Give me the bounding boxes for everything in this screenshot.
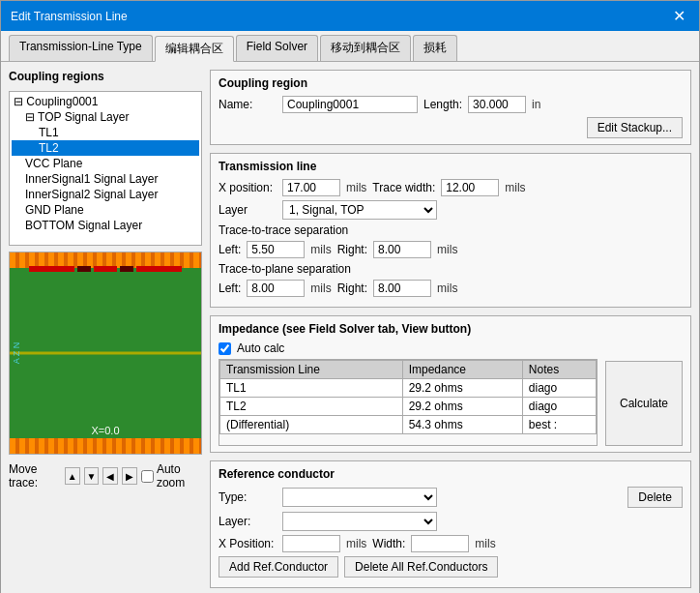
canvas-visualization: A Z N X=0.0 <box>9 252 202 455</box>
transmission-line-section: Transmission line X position: mils Trace… <box>210 153 691 308</box>
col-header-impedance: Impedance <box>402 361 522 379</box>
move-right-button[interactable]: ▶ <box>122 467 137 485</box>
right-panel: Coupling region Name: Length: in Edit St… <box>210 70 691 588</box>
trace-segment <box>29 266 74 272</box>
ref-conductor-title: Reference conductor <box>219 467 683 481</box>
close-button[interactable]: ✕ <box>669 7 689 25</box>
ttp-left-input[interactable] <box>247 280 305 297</box>
tab-edit-coupling[interactable]: 编辑耦合区 <box>155 36 234 62</box>
tab-field-solver[interactable]: Field Solver <box>236 35 318 61</box>
impedance-table-container: Auto calc Transmission Line Impedance No… <box>219 341 598 446</box>
ref-xpos-input[interactable] <box>282 535 340 552</box>
row-tl1-name: TL1 <box>220 379 403 398</box>
auto-calc-checkbox[interactable] <box>219 342 231 355</box>
trace-plane-values-row: Left: mils Right: mils <box>219 280 683 297</box>
layer-label: Layer <box>219 203 277 217</box>
tab-transmission-line-type[interactable]: Transmission-Line Type <box>9 35 153 61</box>
coupling-regions-tree[interactable]: ⊟ Coupling0001 ⊟ TOP Signal Layer TL1 TL… <box>9 91 202 246</box>
transmission-line-title: Transmission line <box>219 160 683 173</box>
ttp-right-unit: mils <box>437 282 457 295</box>
move-trace-label: Move trace: <box>9 462 61 489</box>
coupling-name-input[interactable] <box>282 96 418 113</box>
xpos-row: X position: mils Trace width: mils <box>219 179 683 196</box>
auto-zoom-checkbox[interactable] <box>141 470 154 483</box>
xpos-label: X position: <box>219 181 277 194</box>
move-up-button[interactable]: ▲ <box>65 467 80 485</box>
impedance-content: Auto calc Transmission Line Impedance No… <box>219 341 683 446</box>
signal-traces <box>29 266 182 272</box>
tree-item-top-signal[interactable]: ⊟ TOP Signal Layer <box>12 109 199 125</box>
ref-width-unit: mils <box>475 537 495 550</box>
coupling-length-input[interactable] <box>468 96 526 113</box>
tree-item-tl1[interactable]: TL1 <box>12 125 199 140</box>
tree-item-inner1[interactable]: InnerSignal1 Signal Layer <box>12 171 199 187</box>
tts-left-input[interactable] <box>247 241 305 258</box>
auto-zoom-label[interactable]: Auto zoom <box>141 462 202 489</box>
row-tl2-name: TL2 <box>220 398 403 416</box>
main-content: Coupling regions ⊟ Coupling0001 ⊟ TOP Si… <box>1 62 699 593</box>
move-trace-controls: Move trace: ▲ ▼ ◀ ▶ Auto zoom <box>9 462 202 489</box>
ref-layer-row: Layer: <box>219 512 683 531</box>
move-left-button[interactable]: ◀ <box>102 467 118 485</box>
tree-item-vcc-plane[interactable]: VCC Plane <box>12 156 199 171</box>
ttp-right-input[interactable] <box>373 280 431 297</box>
ref-delete-button[interactable]: Delete <box>627 487 683 508</box>
ref-conductor-section: Reference conductor Type: Delete Layer: … <box>210 460 691 588</box>
row-tl1-notes: diago <box>522 379 596 398</box>
ref-width-input[interactable] <box>411 535 469 552</box>
delete-all-ref-conductors-button[interactable]: Delete All Ref.Conductors <box>344 556 498 578</box>
ttp-left-unit: mils <box>310 282 331 295</box>
coupling-region-title: Coupling region <box>219 76 683 90</box>
col-header-notes: Notes <box>522 361 596 379</box>
tree-item-tl2[interactable]: TL2 <box>12 140 199 156</box>
coupling-name-label: Name: <box>219 98 277 111</box>
tts-left-unit: mils <box>310 243 331 256</box>
tts-right-label: Right: <box>337 243 367 256</box>
tab-move-to-coupling[interactable]: 移动到耦合区 <box>320 35 411 61</box>
trace-segment-3 <box>136 266 182 272</box>
title-bar: Edit Transmission Line ✕ <box>1 1 699 31</box>
tree-item-gnd[interactable]: GND Plane <box>12 202 199 218</box>
trace-trace-values-row: Left: mils Right: mils <box>219 241 683 258</box>
impedance-row-tl1[interactable]: TL1 29.2 ohms diago <box>220 379 597 398</box>
layer-select[interactable]: 1, Signal, TOP <box>282 200 437 220</box>
ref-action-row: Add Ref.Conductor Delete All Ref.Conduct… <box>219 556 683 578</box>
impedance-row-diff[interactable]: (Differential) 54.3 ohms best : <box>220 416 597 434</box>
tree-item-inner2[interactable]: InnerSignal2 Signal Layer <box>12 187 199 202</box>
tab-loss[interactable]: 损耗 <box>413 35 457 61</box>
coupling-regions-label: Coupling regions <box>9 70 202 83</box>
move-down-button[interactable]: ▼ <box>84 467 100 485</box>
add-ref-conductor-button[interactable]: Add Ref.Conductor <box>219 556 338 578</box>
coupling-name-row: Name: Length: in <box>219 96 683 113</box>
trace-width-unit: mils <box>505 181 525 194</box>
canvas-side-label: A Z N <box>12 342 21 365</box>
trace-plane-row: Trace-to-plane separation <box>219 262 683 276</box>
col-header-tl: Transmission Line <box>220 361 403 379</box>
impedance-row-tl2[interactable]: TL2 29.2 ohms diago <box>220 398 597 416</box>
auto-calc-label: Auto calc <box>237 341 284 355</box>
impedance-table-scroll[interactable]: Transmission Line Impedance Notes TL1 29… <box>219 359 598 446</box>
edit-stackup-button[interactable]: Edit Stackup... <box>587 117 683 138</box>
ref-layer-select[interactable] <box>282 512 437 531</box>
trace-gap <box>77 266 91 272</box>
trace-width-input[interactable] <box>441 179 499 196</box>
impedance-table: Transmission Line Impedance Notes TL1 29… <box>219 360 597 434</box>
calculate-button[interactable]: Calculate <box>605 361 683 446</box>
xpos-input[interactable] <box>282 179 340 196</box>
tts-right-unit: mils <box>437 243 457 256</box>
ref-type-select[interactable] <box>282 488 437 507</box>
ref-xpos-unit: mils <box>346 537 366 550</box>
dialog-window: Edit Transmission Line ✕ Transmission-Li… <box>0 0 700 593</box>
left-panel: Coupling regions ⊟ Coupling0001 ⊟ TOP Si… <box>9 70 202 588</box>
tree-item-bottom-signal[interactable]: BOTTOM Signal Layer <box>12 218 199 233</box>
row-tl2-impedance: 29.2 ohms <box>402 398 522 416</box>
trace-trace-row: Trace-to-trace separation <box>219 223 683 237</box>
impedance-title: Impedance (see Field Solver tab, View bu… <box>219 322 683 336</box>
layer-row: Layer 1, Signal, TOP <box>219 200 683 220</box>
ttp-right-label: Right: <box>337 282 367 295</box>
tree-item-coupling0001[interactable]: ⊟ Coupling0001 <box>12 94 199 109</box>
ttp-left-label: Left: <box>219 282 241 295</box>
tts-right-input[interactable] <box>373 241 431 258</box>
row-diff-impedance: 54.3 ohms <box>402 416 522 434</box>
ref-type-label: Type: <box>219 490 277 504</box>
